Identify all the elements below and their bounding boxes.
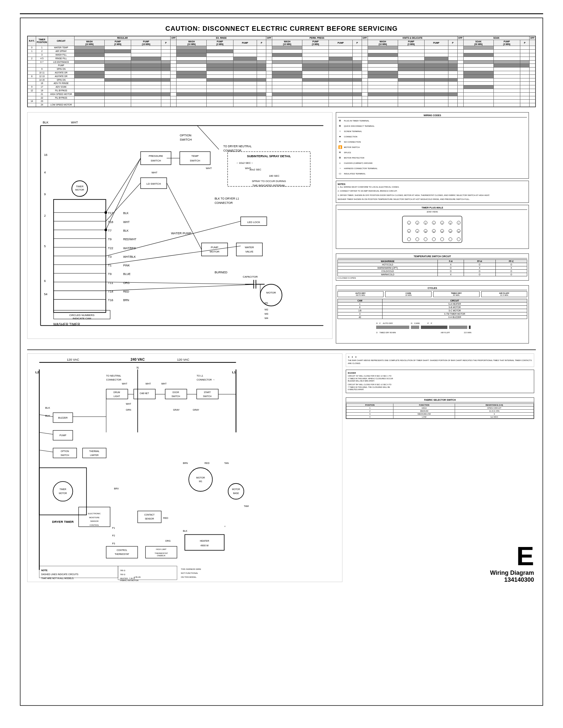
svg-text:←10±2 SEC→: ←10±2 SEC→ [236,161,254,164]
svg-text:M1: M1 [199,480,202,483]
svg-text:MOTOR: MOTOR [266,291,276,294]
table-row: 24 5RINSE FILL [28,57,536,60]
col-ex-rinse: EX. RINSE [176,36,266,40]
table-row: 1S-A HEATER [338,302,527,305]
timer-plug-svg-container: 1 2 3 4 5 6 7 8 9 10 11 12 13 [338,213,528,247]
note-2: 2. CONNECT DRYER TO 30 AMP INDIVIDUAL BR… [338,190,527,192]
svg-text:WHT: WHT [206,167,212,170]
table-row: 1/8S-C MOTOR [338,309,527,312]
svg-text:THE INDICATED INTERVAL: THE INDICATED INTERVAL [252,184,286,187]
dryer-wiring-svg: 240 VAC L2 L1 120 VAC 120 VAC N [27,353,343,582]
svg-text:NOTE:: NOTE: [41,569,48,571]
col-timer: TIMER POSITION [36,36,48,46]
table-row: 01WATER TEMP [28,46,536,50]
svg-text:GRAY: GRAY [173,409,180,411]
buzzer-line-1: CIRCUIT 'A4' WILL CLOSE FOR 8 SEC ±2 SEC… [348,375,532,378]
svg-text:10: 10 [425,231,427,233]
svg-text:WATER: WATER [245,246,254,249]
cycles-row: AUTO DRY 66/70 MIN CARE 10 MIN TIMED DRY… [338,291,528,297]
table-row: 9SPIN ON [28,68,536,71]
th-f-h: F-H [438,259,464,263]
harness-connector-symbol: → [338,166,343,171]
th-pump2-reg: PUMP(10 MIN) [131,40,161,46]
svg-text:BURNED: BURNED [214,271,227,274]
table-row: 3MEDIUM/LOW3 [347,413,534,416]
timer-plug-male-section: TIMER PLUG-MALE (END VIEW) [336,205,529,249]
svg-text:TIMER: TIMER [76,185,83,188]
svg-text:LIMITER: LIMITER [90,454,99,456]
svg-rect-261 [39,566,118,578]
svg-text:CONTROL: CONTROL [89,524,99,526]
svg-rect-158 [449,326,467,329]
svg-point-130 [432,238,436,241]
buzzer-line-4: CIRCUIT 'B4' WILL CLOSE FOR 8 SEC ±2 SEC… [348,384,532,386]
svg-text:14: 14 [458,231,460,233]
svg-rect-59 [180,152,210,164]
svg-text:M1: M1 [264,301,268,304]
svg-text:CONNECTOR →: CONNECTOR → [197,378,215,381]
th-cam: CAM [338,299,382,302]
chassis-ground-label: CHASSIS (CABINET) GROUND [344,162,373,164]
svg-text:7: 7 [458,222,459,224]
svg-line-65 [106,183,140,221]
col-off1: OFF [170,36,176,40]
col-off2: OFF [266,36,272,40]
quick-disconnect-symbol: ⊗ [338,124,343,128]
svg-text:TAM: TAM [244,505,249,508]
main-content: CAUTION: DISCONNECT ELECTRIC CURRENT BEF… [20,18,543,706]
svg-text:9: 9 [44,193,46,196]
table-row: 22FIL BYPASS [28,96,536,100]
svg-point-131 [441,238,444,241]
th-off5 [530,40,536,46]
svg-rect-41 [236,243,262,256]
svg-text:30±2 SEC: 30±2 SEC [249,168,261,171]
svg-text:CAPACITOR: CAPACITOR [243,275,258,278]
cycle-care: CARE 10 MIN [385,291,432,297]
table-row: 6S-B MOTOR [338,305,527,309]
svg-line-64 [106,158,140,212]
th-soak: SOAK(30 MIN) [463,40,493,46]
cycles-title: CYCLES [338,287,528,290]
svg-text:GRN: GRN [126,409,131,411]
svg-rect-157 [421,326,447,329]
svg-text:P: P [427,322,429,324]
cam-table: CAM CIRCUIT 1S-A HEATER 6S-B MOTOR 1/8S-… [338,299,528,319]
svg-text:P2: P2 [112,534,115,537]
svg-text:OPTION: OPTION [61,450,69,452]
svg-text:BUZZER: BUZZER [58,417,68,419]
svg-text:5: 5 [44,245,46,248]
svg-text:CONTROL: CONTROL [117,549,127,551]
col-off3: OFF [362,36,368,40]
buzzer-line-6: 6 MINUTES APART. [348,388,532,391]
ion-max-cell: Ion MAX [455,416,534,419]
no-connection-symbol: ✕ [338,140,343,144]
th-off3 [362,40,368,46]
svg-text:L1: L1 [232,370,236,374]
dryer-svg-container: 240 VAC L2 L1 120 VAC 120 VAC N [27,353,343,583]
th-pump1-knit: PUMP(3 MIN) [398,40,424,46]
buzzer-line-5: 7 TIMES IN THIS AREA. THE CLOSURES WILL … [348,386,532,389]
svg-text:T7: T7 [108,229,112,232]
buzzer-title: BUZZER [348,372,532,374]
th-resistance: RESISTANCE (4-8) [455,404,534,407]
code-item-splice: ≋ SPLICE [338,150,527,155]
screw-terminal-symbol: ○ [338,129,343,134]
svg-text:DRUM: DRUM [114,391,120,393]
svg-text:TO L1: TO L1 [197,374,203,377]
bar-chart-note: ▲ ▲ ▲ THE BAR CHART ABOVE REPRESENTS ONE… [346,353,534,367]
th-circuit: CIRCUIT [382,299,527,302]
cycle-care-value: 10 MIN [386,294,431,296]
th-pump2-ex: PUMP [233,40,257,46]
col-regular: REGULAR [74,36,170,40]
table-row: WARM/COLDXOO [338,273,527,276]
svg-text:4: 4 [44,171,46,174]
col-knits: KNITS & DELICATE [368,36,457,40]
part-number: 134140300 [346,576,534,583]
dryer-right-panels: ▲ ▲ ▲ THE BAR CHART ABOVE REPRESENTS ONE… [346,353,534,583]
marker-b-icon: ▲ [352,355,353,358]
svg-text:CONNECTOR: CONNECTOR [106,378,121,381]
svg-text:120 VAC: 120 VAC [67,358,79,361]
svg-text:T22: T22 [108,246,113,250]
svg-line-87 [197,125,219,149]
svg-point-127 [407,238,411,241]
